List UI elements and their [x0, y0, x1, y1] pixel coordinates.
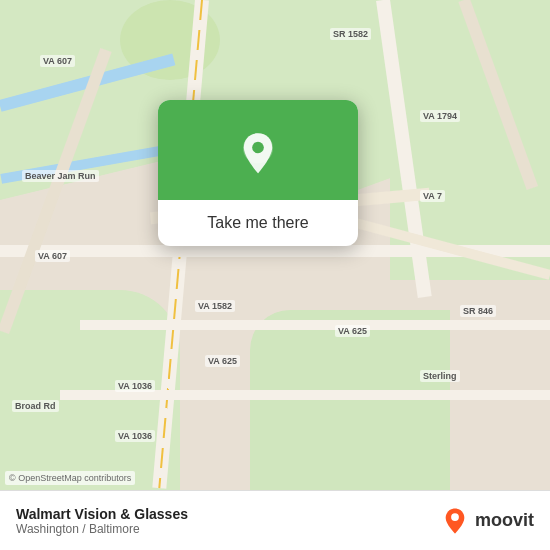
moovit-brand-text: moovit [475, 510, 534, 531]
location-pin-icon [233, 130, 283, 180]
road-label-va625-bot: VA 625 [205, 355, 240, 367]
bottom-bar: Walmart Vision & Glasses Washington / Ba… [0, 490, 550, 550]
road-label-beaver-jam: Beaver Jam Run [22, 170, 99, 182]
bottom-bar-info: Walmart Vision & Glasses Washington / Ba… [16, 506, 431, 536]
take-me-there-button[interactable]: Take me there [207, 214, 308, 232]
map-container: VA 607VA 607SR 1582VA 1794VA 7VA 1582VA … [0, 0, 550, 490]
road-label-va1036-bot: VA 1036 [115, 430, 155, 442]
svg-point-2 [451, 513, 459, 521]
road-label-va1036-mid: VA 1036 [115, 380, 155, 392]
popup-button-section[interactable]: Take me there [158, 200, 358, 246]
moovit-logo: moovit [441, 507, 534, 535]
location-subtitle: Washington / Baltimore [16, 522, 431, 536]
road-label-va1582-top: SR 1582 [330, 28, 371, 40]
road-label-broad-rd: Broad Rd [12, 400, 59, 412]
road-label-va607-mid: VA 607 [35, 250, 70, 262]
road-label-sterling: Sterling [420, 370, 460, 382]
location-title: Walmart Vision & Glasses [16, 506, 431, 522]
svg-point-1 [252, 142, 264, 154]
location-popup[interactable]: Take me there [158, 100, 358, 246]
road-label-va7: VA 7 [420, 190, 445, 202]
map-attribution: © OpenStreetMap contributors [5, 471, 135, 485]
road-label-va1582-mid: VA 1582 [195, 300, 235, 312]
road-label-va1794: VA 1794 [420, 110, 460, 122]
moovit-pin-icon [441, 507, 469, 535]
road-label-va625-mid: VA 625 [335, 325, 370, 337]
green-area [250, 310, 450, 490]
road-label-va607-top: VA 607 [40, 55, 75, 67]
road [80, 320, 550, 330]
road-label-sr846: SR 846 [460, 305, 496, 317]
popup-header [158, 100, 358, 200]
